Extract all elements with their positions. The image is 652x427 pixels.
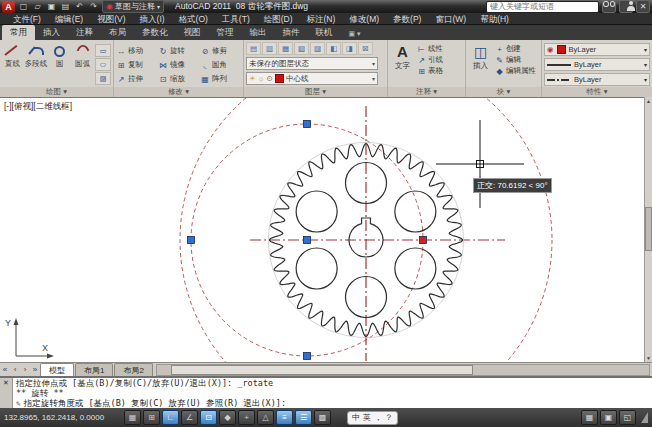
tab-nav-prev[interactable]: ‹ (10, 365, 20, 374)
command-window[interactable]: ✕ 指定拉伸点或 [基点(B)/复制(C)/放弃(U)/退出(X)]: _rot… (0, 376, 652, 408)
mirror-button[interactable]: ⋈镜像 (158, 58, 200, 72)
linetype-dropdown[interactable]: ByLayer ▾ (544, 73, 650, 86)
edit-attributes-button[interactable]: ◆编辑属性 (495, 66, 536, 76)
layer-tool-button[interactable]: ◧ (326, 42, 341, 55)
layers-panel-label[interactable]: 图层 ▾ (244, 87, 387, 97)
tab-nav-last[interactable]: » (30, 365, 40, 374)
vertical-scrollbar[interactable]: ▲ ▼ (644, 97, 652, 362)
plot-icon[interactable]: ▤ (60, 1, 71, 12)
line-button[interactable]: 直线 (2, 42, 23, 87)
undo-icon[interactable]: ↶ (74, 1, 85, 12)
annotate-panel-label[interactable]: 注释 ▾ (388, 87, 465, 97)
menu-1[interactable]: 文件(F) (6, 13, 48, 25)
polar-toggle[interactable]: ∠ (181, 410, 198, 425)
ime-item[interactable]: 中 (352, 412, 360, 423)
menu-3[interactable]: 视图(V) (90, 13, 132, 25)
ribbon-tab-4[interactable]: 布局 (101, 25, 134, 40)
move-button[interactable]: ↔移动 (116, 44, 158, 58)
close-icon[interactable]: ✕ (3, 378, 9, 387)
ime-toolbar[interactable]: 中英，？ (347, 411, 398, 425)
autocad-logo-icon[interactable]: A (2, 1, 15, 13)
grid-toggle[interactable]: ⊞ (143, 410, 160, 425)
ribbon-tab-10[interactable]: 联机 (308, 25, 341, 40)
rectangle-icon[interactable]: ▭ (95, 44, 111, 57)
menu-7[interactable]: 绘图(D) (257, 13, 300, 25)
scroll-up-icon[interactable]: ▲ (645, 97, 652, 105)
menu-5[interactable]: 格式(O) (172, 13, 215, 25)
scrollbar-thumb[interactable] (171, 365, 473, 375)
workspace-switch-button[interactable]: ◱ (619, 410, 636, 425)
ime-item[interactable]: ， (374, 412, 382, 423)
ribbon-tab-2[interactable]: 插入 (35, 25, 68, 40)
block-panel-label[interactable]: 块 ▾ (466, 87, 541, 97)
trim-button[interactable]: ⊘修剪 (200, 44, 242, 58)
text-button[interactable]: A 文字 (390, 42, 415, 87)
draw-panel-label[interactable]: 绘图 ▾ (0, 87, 113, 97)
ribbon-tab-7[interactable]: 管理 (209, 25, 242, 40)
copy-button[interactable]: ⊞复制 (116, 58, 158, 72)
lineweight-toggle[interactable]: ☰ (295, 410, 312, 425)
osnap-3d-toggle[interactable]: ◆ (219, 410, 236, 425)
scroll-down-icon[interactable]: ▼ (645, 354, 652, 362)
menu-8[interactable]: 标注(N) (300, 13, 343, 25)
open-file-icon[interactable]: ▱ (32, 1, 43, 12)
layout-tab-模型[interactable]: 模型 (40, 363, 74, 377)
ortho-toggle[interactable]: ∟ (162, 410, 179, 425)
new-file-icon[interactable]: ▢ (18, 1, 29, 12)
layout-tab-布局1[interactable]: 布局1 (75, 363, 113, 377)
dyn-toggle[interactable]: ≡ (276, 410, 293, 425)
menu-10[interactable]: 参数(P) (386, 13, 428, 25)
save-file-icon[interactable]: ▣ (46, 1, 57, 12)
redo-icon[interactable]: ↷ (88, 1, 99, 12)
layer-tool-button[interactable]: ▧ (294, 42, 309, 55)
edit-block-button[interactable]: ✎编辑 (495, 55, 536, 65)
linear-dimension-button[interactable]: ⊢线性 (417, 44, 443, 54)
ellipse-icon[interactable]: ⬭ (95, 58, 111, 71)
layer-tool-button[interactable]: ▨ (310, 42, 325, 55)
ribbon-tab-1[interactable]: 常用 (2, 25, 35, 40)
hatch-icon[interactable]: ▨ (95, 72, 111, 85)
lineweight-dropdown[interactable]: ByLayer ▾ (544, 58, 650, 71)
layout-tab-布局2[interactable]: 布局2 (114, 363, 152, 377)
ribbon-minimize-icon[interactable]: ▣ ▾ (345, 28, 365, 40)
search-binoculars-icon[interactable] (602, 0, 616, 13)
otrack-toggle[interactable]: + (238, 410, 255, 425)
layer-tool-button[interactable]: ▤ (246, 42, 261, 55)
quick-properties-toggle[interactable]: ▩ (314, 410, 331, 425)
horizontal-scrollbar[interactable] (156, 364, 650, 376)
ribbon-tab-3[interactable]: 注释 (68, 25, 101, 40)
menu-9[interactable]: 修改(M) (342, 13, 386, 25)
layer-tool-button[interactable]: ▥ (262, 42, 277, 55)
layer-tool-button[interactable]: ◨ (342, 42, 357, 55)
ribbon-tab-6[interactable]: 视图 (176, 25, 209, 40)
create-block-button[interactable]: +创建 (495, 44, 536, 54)
table-button[interactable]: ⊞表格 (417, 66, 443, 76)
polyline-button[interactable]: 多段线 (25, 42, 48, 87)
rotate-button[interactable]: ↻旋转 (158, 44, 200, 58)
model-paper-toggle[interactable]: ▦ (581, 410, 598, 425)
drawing-canvas[interactable]: YX [-][俯视][二维线框] 正交: 70.6192 < 90° (0, 97, 644, 362)
ribbon-tab-9[interactable]: 插件 (275, 25, 308, 40)
signin-person-icon[interactable] (619, 0, 633, 13)
snap-toggle[interactable]: ▦ (124, 410, 141, 425)
layer-dropdown[interactable]: ☀ ☼ ⊙ 中心线 ▾ (246, 72, 378, 85)
workspace-dropdown[interactable]: ◉ 草图与注释 ▾ (102, 0, 164, 13)
menu-12[interactable]: 帮助(H) (473, 13, 516, 25)
ribbon-tab-5[interactable]: 参数化 (134, 25, 176, 40)
ribbon-tab-8[interactable]: 输出 (242, 25, 275, 40)
array-button[interactable]: ▦阵列 (200, 72, 242, 86)
menu-4[interactable]: 插入(I) (133, 13, 172, 25)
fillet-button[interactable]: ◟圆角 (200, 58, 242, 72)
fullscreen-button[interactable] (641, 412, 648, 423)
modify-panel-label[interactable]: 修改 ▾ (114, 87, 243, 97)
object-color-dropdown[interactable]: ◉ ByLayer ▾ (544, 43, 650, 56)
scale-button[interactable]: ⊡缩放 (158, 72, 200, 86)
arc-button[interactable]: 圆弧 (72, 42, 93, 87)
tab-nav-first[interactable]: « (0, 365, 10, 374)
layer-tool-button[interactable]: ▦ (278, 42, 293, 55)
scrollbar-thumb[interactable] (645, 207, 652, 251)
menu-6[interactable]: 工具(T) (215, 13, 257, 25)
circle-button[interactable]: 圆 (49, 42, 70, 87)
leader-button[interactable]: ↗引线 (417, 55, 443, 65)
menu-11[interactable]: 窗口(W) (428, 13, 473, 25)
